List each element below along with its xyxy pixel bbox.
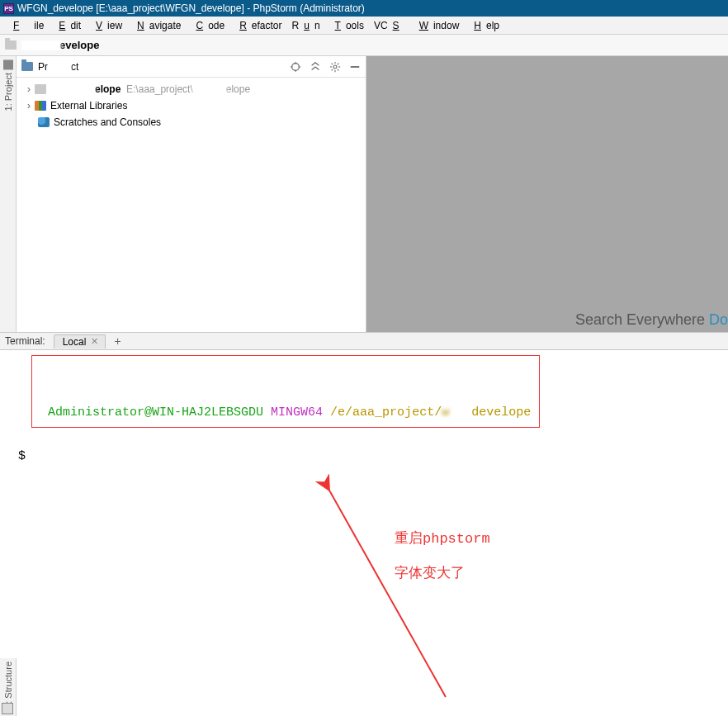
main-split: 1: Project Prct — [0, 56, 728, 332]
left-tool-gutter: 1: Project — [0, 56, 17, 332]
terminal-line-input[interactable]: $ — [18, 448, 723, 467]
tree-node-external-libraries[interactable]: › External Libraries — [18, 97, 364, 114]
menu-navigate[interactable]: Navigate — [127, 18, 186, 33]
terminal-tab-label: Local — [63, 336, 87, 348]
menu-window[interactable]: Window — [409, 18, 465, 33]
scratches-icon — [38, 117, 50, 127]
tree-node-module[interactable]: › elope E:\aaa_project\elope — [18, 81, 364, 97]
folder-icon — [35, 84, 46, 94]
folder-icon — [5, 40, 17, 50]
search-everywhere-hint: Search Everywhere Do — [575, 311, 728, 329]
menu-view[interactable]: View — [86, 18, 127, 33]
editor-empty-area: Search Everywhere Do — [366, 56, 728, 332]
svg-line-15 — [329, 489, 446, 697]
svg-line-11 — [338, 69, 339, 70]
project-tool-icon — [3, 59, 13, 69]
project-icon — [21, 62, 33, 71]
menu-tools[interactable]: Tools — [325, 18, 369, 33]
collapse-all-icon[interactable] — [310, 61, 321, 73]
project-panel-header: Prct — [17, 56, 366, 78]
tree-node-scratches[interactable]: Scratches and Consoles — [18, 114, 364, 130]
svg-line-12 — [332, 69, 333, 70]
svg-rect-14 — [351, 66, 360, 68]
terminal-tab-local[interactable]: Local ✕ — [54, 334, 106, 349]
terminal-line-prompt: Administrator@WIN-HAJ2LEBSGDU MINGW64 /e… — [18, 385, 723, 441]
locate-icon[interactable] — [290, 61, 301, 73]
menu-run[interactable]: Run — [287, 18, 325, 33]
menu-code[interactable]: Code — [186, 18, 229, 33]
menu-bar: File Edit View Navigate Code Refactor Ru… — [0, 17, 728, 35]
tool-window-structure[interactable]: 7: Structure — [3, 661, 13, 709]
window-titlebar: PS WFGN_develope [E:\aaa_project\WFGN_de… — [0, 0, 728, 17]
app-icon: PS — [3, 3, 14, 14]
terminal-panel-label: Terminal: — [5, 335, 45, 347]
window-title: WFGN_develope [E:\aaa_project\WFGN_devel… — [17, 2, 365, 14]
svg-line-13 — [338, 63, 339, 64]
annotation-text-2: 字体变大了 — [395, 563, 465, 582]
project-tree[interactable]: › elope E:\aaa_project\elope › External … — [17, 78, 366, 134]
svg-line-10 — [332, 63, 333, 64]
terminal-body[interactable]: Administrator@WIN-HAJ2LEBSGDU MINGW64 /e… — [0, 350, 728, 716]
breadcrumb-text: evelope — [59, 39, 99, 51]
breadcrumb-redacted — [21, 40, 61, 50]
gear-icon[interactable] — [329, 61, 341, 73]
terminal-tab-bar: Terminal: Local ✕ + — [0, 332, 728, 350]
menu-edit[interactable]: Edit — [49, 18, 86, 33]
menu-help[interactable]: Help — [464, 18, 504, 33]
svg-point-0 — [292, 63, 300, 70]
chevron-right-icon[interactable]: › — [25, 100, 33, 111]
project-tool-window: Prct › elo — [17, 56, 366, 332]
svg-point-5 — [333, 65, 337, 69]
hide-panel-icon[interactable] — [349, 61, 361, 73]
annotation-arrow — [314, 474, 479, 705]
menu-file[interactable]: File — [3, 18, 49, 33]
menu-refactor[interactable]: Refactor — [229, 18, 286, 33]
breadcrumb[interactable]: evelope — [0, 35, 728, 56]
chevron-right-icon[interactable]: › — [25, 83, 33, 95]
tool-window-project[interactable]: 1: Project — [3, 59, 13, 111]
menu-vcs[interactable]: VCS — [369, 18, 409, 33]
libraries-icon — [35, 101, 46, 111]
project-panel-title[interactable]: Prct — [38, 61, 78, 73]
toggle-tool-windows-icon[interactable] — [2, 703, 13, 714]
annotation-text-1: 重启phpstorm — [395, 529, 490, 548]
new-terminal-tab-button[interactable]: + — [114, 334, 121, 348]
close-tab-icon[interactable]: ✕ — [91, 336, 98, 347]
